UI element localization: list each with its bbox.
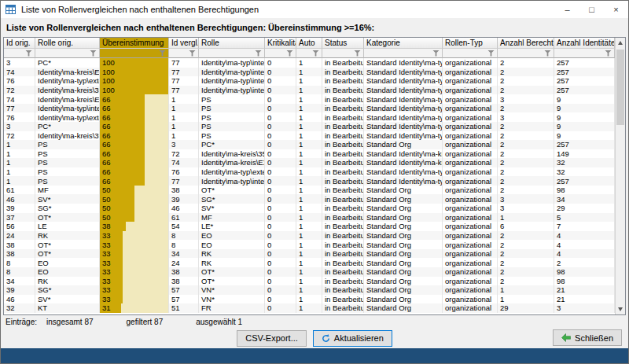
cell-anzahl_identitaeten[interactable]: 34 (554, 194, 615, 204)
cell-id_vergl[interactable]: 77 (169, 58, 199, 68)
cell-kritikalitaet[interactable]: 0 (265, 122, 296, 131)
filter-funnel-icon[interactable] (255, 50, 262, 57)
column-header-auto[interactable]: Auto (296, 38, 322, 49)
cell-kategorie[interactable]: Standard Identity\ma-typ (364, 167, 443, 177)
cell-rolle[interactable]: FR (199, 303, 265, 313)
table-row[interactable]: 39SG*3357VN*01in BearbeitungStandard Org… (4, 285, 615, 295)
cell-status[interactable]: in Bearbeitung (322, 149, 364, 159)
cell-anzahl_identitaeten[interactable]: 98 (554, 186, 615, 195)
cell-status[interactable]: in Bearbeitung (322, 167, 364, 177)
cell-rolle_orig[interactable]: PS (35, 158, 100, 167)
cell-rollen_typ[interactable]: organizational (443, 277, 498, 286)
cell-kategorie[interactable]: Standard Identity\ma-typ (364, 176, 443, 186)
cell-kritikalitaet[interactable]: 0 (265, 249, 296, 259)
cell-kritikalitaet[interactable]: 0 (265, 94, 296, 104)
cell-anzahl_identitaeten[interactable]: 4 (554, 231, 615, 241)
cell-rolle[interactable]: PS (199, 112, 265, 122)
cell-rollen_typ[interactable]: organizational (443, 122, 498, 131)
cell-kategorie[interactable]: Standard Identity\ma-typ (364, 68, 443, 77)
filter-cell-uebereinstimmung[interactable] (100, 49, 169, 58)
cell-auto[interactable]: 1 (296, 240, 322, 249)
cell-rolle[interactable]: OT* (199, 186, 265, 195)
cell-rolle_orig[interactable]: PS (35, 149, 100, 159)
cell-kritikalitaet[interactable]: 0 (265, 303, 296, 313)
cell-kategorie[interactable]: Standard Identity\ma-typ (364, 58, 443, 68)
cell-anzahl_berechtigungen[interactable]: 1 (498, 213, 554, 222)
cell-status[interactable]: in Bearbeitung (322, 303, 364, 313)
cell-kritikalitaet[interactable]: 0 (265, 267, 296, 277)
cell-kategorie[interactable]: Standard Identity\ma-typ (364, 104, 443, 113)
table-row[interactable]: 61MF5038OT*01in BearbeitungStandard Orgo… (4, 186, 615, 195)
cell-anzahl_berechtigungen[interactable]: 2 (498, 249, 554, 259)
csv-export-button[interactable]: CSV-Export... (237, 330, 307, 347)
cell-id_vergl[interactable]: 76 (169, 167, 199, 177)
cell-anzahl_berechtigungen[interactable]: 2 (498, 104, 554, 113)
cell-anzahl_berechtigungen[interactable]: 2 (498, 167, 554, 177)
cell-id_vergl[interactable]: 77 (169, 86, 199, 95)
cell-rolle_orig[interactable]: Identity\ma-kreis\EX (35, 94, 100, 104)
cell-anzahl_berechtigungen[interactable]: 2 (498, 76, 554, 86)
cell-auto[interactable]: 1 (296, 249, 322, 259)
table-row[interactable]: 1PS6677Identity\ma-typ\intern01in Bearbe… (4, 176, 615, 186)
cell-kategorie[interactable]: Standard Org (364, 267, 443, 277)
cell-status[interactable]: in Bearbeitung (322, 122, 364, 131)
cell-kritikalitaet[interactable]: 0 (265, 285, 296, 295)
cell-rollen_typ[interactable]: organizational (443, 258, 498, 267)
cell-kategorie[interactable]: Standard Org (364, 249, 443, 259)
cell-id_orig[interactable]: 32 (4, 303, 35, 313)
cell-rolle[interactable]: EO (199, 240, 265, 249)
filter-funnel-icon[interactable] (354, 50, 361, 57)
cell-id_vergl[interactable]: 34 (169, 249, 199, 259)
column-header-anzahl_identitaeten[interactable]: Anzahl Identitäten (554, 38, 615, 49)
cell-rolle[interactable]: RK (199, 258, 265, 267)
cell-rolle[interactable]: SV* (199, 204, 265, 213)
cell-kritikalitaet[interactable]: 0 (265, 68, 296, 77)
cell-id_vergl[interactable]: 8 (169, 231, 199, 241)
cell-kritikalitaet[interactable]: 0 (265, 149, 296, 159)
cell-id_orig[interactable]: 3 (4, 58, 35, 68)
filter-cell-id_orig[interactable] (4, 49, 35, 58)
cell-id_vergl[interactable]: 61 (169, 213, 199, 222)
cell-id_orig[interactable]: 74 (4, 68, 35, 77)
cell-id_vergl[interactable]: 24 (169, 258, 199, 267)
cell-kritikalitaet[interactable]: 0 (265, 58, 296, 68)
cell-kritikalitaet[interactable]: 0 (265, 222, 296, 231)
cell-rolle[interactable]: EO (199, 231, 265, 241)
cell-rolle[interactable]: Identity\ma-kreis\EX (199, 158, 265, 167)
cell-status[interactable]: in Bearbeitung (322, 213, 364, 222)
cell-rolle_orig[interactable]: EO (35, 267, 100, 277)
cell-kategorie[interactable]: Standard Identity\ma-typ (364, 76, 443, 86)
cell-status[interactable]: in Bearbeitung (322, 222, 364, 231)
cell-uebereinstimmung[interactable]: 50 (100, 213, 169, 222)
cell-rolle_orig[interactable]: SV* (35, 295, 100, 304)
cell-rollen_typ[interactable]: organizational (443, 86, 498, 95)
cell-status[interactable]: in Bearbeitung (322, 285, 364, 295)
table-row[interactable]: 72Identity\ma-kreis\3510077Identity\ma-t… (4, 86, 615, 95)
cell-rolle_orig[interactable]: LE (35, 222, 100, 231)
cell-kategorie[interactable]: Standard Identity\ma-typ (364, 122, 443, 131)
cell-rollen_typ[interactable]: organizational (443, 303, 498, 313)
cell-rolle[interactable]: MF (199, 213, 265, 222)
cell-status[interactable]: in Bearbeitung (322, 131, 364, 141)
cell-anzahl_identitaeten[interactable]: 257 (554, 58, 615, 68)
cell-auto[interactable]: 1 (296, 86, 322, 95)
cell-status[interactable]: in Bearbeitung (322, 94, 364, 104)
table-row[interactable]: 38OT*3334RK01in BearbeitungStandard Orgo… (4, 249, 615, 259)
cell-kritikalitaet[interactable]: 0 (265, 86, 296, 95)
cell-anzahl_identitaeten[interactable]: 257 (554, 68, 615, 77)
cell-rolle_orig[interactable]: Identity\ma-kreis\35 (35, 86, 100, 95)
cell-kritikalitaet[interactable]: 0 (265, 112, 296, 122)
cell-id_orig[interactable]: 8 (4, 258, 35, 267)
filter-cell-kategorie[interactable] (364, 49, 443, 58)
cell-kategorie[interactable]: Standard Org (364, 295, 443, 304)
table-row[interactable]: 76Identity\ma-typ\extern10077Identity\ma… (4, 76, 615, 86)
cell-anzahl_berechtigungen[interactable]: 29 (498, 303, 554, 313)
cell-id_orig[interactable]: 1 (4, 140, 35, 149)
cell-status[interactable]: in Bearbeitung (322, 76, 364, 86)
filter-cell-id_vergl[interactable] (169, 49, 199, 58)
cell-kategorie[interactable]: Standard Org (364, 222, 443, 231)
cell-anzahl_berechtigungen[interactable]: 3 (498, 94, 554, 104)
table-row[interactable]: 74Identity\ma-kreis\EX10077Identity\ma-t… (4, 68, 615, 77)
cell-uebereinstimmung[interactable]: 33 (100, 285, 169, 295)
cell-rolle_orig[interactable]: PS (35, 176, 100, 186)
